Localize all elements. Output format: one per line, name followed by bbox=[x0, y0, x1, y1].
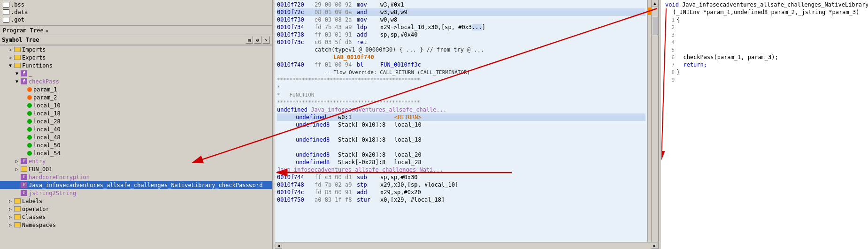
expand-icon bbox=[21, 103, 26, 108]
hardcore-label: hardcoreEncryption bbox=[29, 174, 90, 181]
mnemonic: mov bbox=[357, 1, 380, 8]
expand-icon bbox=[14, 182, 20, 188]
func-label-text: Java_infosecadventures_allsafe_challenge… bbox=[277, 166, 443, 173]
file-item-bss[interactable]: .bss bbox=[2, 1, 270, 8]
expand-icon bbox=[14, 174, 20, 180]
decompiled-panel: void Java_infosecadventures_allsafe_chal… bbox=[661, 0, 868, 249]
line-num: 1 bbox=[665, 17, 675, 23]
line-num: 5 bbox=[665, 47, 675, 53]
tree-item-functions[interactable]: ▼ Functions bbox=[0, 61, 272, 69]
filter-icon-btn[interactable]: ▤ bbox=[246, 36, 253, 44]
decompiled-line-1: 1 { bbox=[665, 16, 864, 23]
return-text: <RETURN> bbox=[394, 114, 422, 121]
tree-item-namespaces[interactable]: ▷ Namespaces bbox=[0, 221, 272, 229]
operator-label: operator bbox=[22, 206, 49, 212]
decompiled-line-9: 9 bbox=[665, 76, 864, 83]
expand-icon bbox=[21, 111, 26, 116]
close-icon-btn[interactable]: ✕ bbox=[262, 36, 270, 44]
mnemonic: stp bbox=[357, 181, 380, 188]
settings-icon-btn[interactable]: ⚙ bbox=[254, 36, 261, 44]
tree-item-param2[interactable]: param_2 bbox=[0, 93, 272, 101]
local-icon bbox=[27, 127, 32, 132]
tree-item-exports[interactable]: ▷ Exports bbox=[0, 53, 272, 61]
local54-label: local_54 bbox=[33, 150, 61, 157]
addr: 0010f750 bbox=[277, 196, 315, 203]
disasm-scrollbar[interactable]: ▲ bbox=[651, 0, 658, 242]
tree-item-entry[interactable]: ▷ f entry bbox=[0, 157, 272, 165]
close-brace: } bbox=[676, 69, 680, 75]
expand-icon: ▷ bbox=[8, 222, 13, 228]
tree-item-local54[interactable]: local_54 bbox=[0, 149, 272, 157]
mnemonic: add bbox=[357, 189, 380, 196]
local-name: local_18 bbox=[394, 136, 422, 143]
scroll-up-btn[interactable]: ▲ bbox=[652, 0, 658, 7]
disasm-stars: ****************************************… bbox=[277, 76, 645, 83]
page-icon bbox=[3, 2, 9, 8]
tree-item-local28[interactable]: local_28 bbox=[0, 117, 272, 125]
local-icon bbox=[27, 151, 32, 156]
tree-item-fun001[interactable]: ▷ FUN_001 bbox=[0, 165, 272, 173]
tree-item-local48[interactable]: local_48 bbox=[0, 133, 272, 141]
file-item-data[interactable]: .data bbox=[2, 8, 270, 16]
bytes: fd 7b 43 a9 bbox=[315, 24, 357, 30]
param-name: Stack[-0x28]:8 bbox=[338, 159, 394, 166]
catch-text: catch(type#1 @ 00000f30) { ... } // from… bbox=[315, 46, 484, 53]
tree-item-java-checkpassword[interactable]: f Java_infosecadventures_allsafe_challen… bbox=[0, 181, 272, 189]
scroll-right-btn[interactable]: ▶ bbox=[651, 243, 658, 249]
tree-item-operator[interactable]: ▷ operator bbox=[0, 205, 272, 213]
decompiled-line-2: 2 bbox=[665, 23, 864, 31]
folder-icon bbox=[14, 63, 21, 68]
disasm-line: 0010f750 a0 83 1f f8 stur x0,[x29, #loca… bbox=[277, 196, 645, 204]
page-icon bbox=[3, 17, 9, 23]
disasm-line: 0010f73c c0 03 5f d6 ret bbox=[277, 38, 645, 46]
tree-item-jstring2string[interactable]: f jstring2String bbox=[0, 189, 272, 197]
bytes: ff 03 01 91 bbox=[315, 31, 357, 38]
folder-icon bbox=[14, 55, 21, 60]
undefined-keyword: undefined bbox=[277, 106, 311, 113]
program-tree-tab[interactable]: Program Tree ✕ bbox=[0, 26, 272, 35]
bytes: ff c3 00 d1 bbox=[315, 174, 357, 181]
tree-item-imports[interactable]: ▷ Imports bbox=[0, 45, 272, 53]
expand-icon: ▼ bbox=[14, 71, 20, 76]
addr: 0010f748 bbox=[277, 181, 315, 188]
disasm-line: 0010f74c fd 83 00 91 add x29,sp,#0x20 bbox=[277, 189, 645, 196]
tree-item-local50[interactable]: local_50 bbox=[0, 141, 272, 149]
expand-icon: ▷ bbox=[14, 158, 20, 164]
symbol-tree-content: ▷ Imports ▷ Exports ▼ Functions bbox=[0, 45, 272, 249]
expand-icon: ▷ bbox=[8, 47, 13, 53]
addr: 0010f72c bbox=[277, 9, 315, 15]
scroll-thumb[interactable] bbox=[652, 16, 658, 35]
func-icon: f bbox=[21, 70, 27, 76]
line-num: 8 bbox=[665, 69, 675, 75]
close-icon[interactable]: ✕ bbox=[46, 28, 48, 33]
left-panel: .bss .data .got Program Tree ✕ Symbol Tr… bbox=[0, 0, 272, 249]
expand-icon: ▷ bbox=[8, 206, 13, 212]
tree-item-classes[interactable]: ▷ Classes bbox=[0, 213, 272, 221]
disassembly-panel: 0010f720 29 00 00 92 mov w3,#0x1 0010f72… bbox=[275, 0, 659, 249]
scroll-left-btn[interactable]: ◀ bbox=[275, 243, 282, 249]
mnemonic: stur bbox=[357, 196, 380, 203]
symbol-tree-title: Symbol Tree bbox=[2, 37, 39, 43]
disasm-hscrollbar[interactable]: ◀ ▶ bbox=[275, 242, 658, 249]
tree-item-local18[interactable]: local_18 bbox=[0, 109, 272, 117]
tree-item-hardcore[interactable]: f hardcoreEncryption bbox=[0, 173, 272, 181]
addr: 0010f720 bbox=[277, 1, 315, 8]
tree-item-local10[interactable]: local_10 bbox=[0, 101, 272, 109]
tree-item-underscore[interactable]: ▼ f _ bbox=[0, 69, 272, 77]
file-label-got: .got bbox=[11, 16, 24, 23]
file-item-got[interactable]: .got bbox=[2, 16, 270, 23]
line-num: 6 bbox=[665, 54, 675, 60]
expand-icon: ▼ bbox=[8, 63, 13, 68]
tree-item-param1[interactable]: param_1 bbox=[0, 85, 272, 93]
tree-item-labels[interactable]: ▷ Labels bbox=[0, 197, 272, 205]
tree-item-local40[interactable]: local_40 bbox=[0, 125, 272, 133]
disasm-decl-line: undefined8 Stack[-0x20]:8 local_20 bbox=[277, 151, 645, 158]
disasm-line: 0010f734 fd 7b 43 a9 ldp x29=>local_10,x… bbox=[277, 23, 645, 31]
labels-label: Labels bbox=[22, 198, 42, 204]
expand-icon bbox=[14, 190, 20, 196]
decompiled-line-8: 8 } bbox=[665, 68, 864, 76]
tree-item-checkpass[interactable]: ▼ f checkPass bbox=[0, 77, 272, 85]
disasm-spacer bbox=[277, 143, 645, 151]
local18-label: local_18 bbox=[33, 110, 61, 117]
disasm-decl-line: undefined8 Stack[-0x18]:8 local_18 bbox=[277, 136, 645, 143]
